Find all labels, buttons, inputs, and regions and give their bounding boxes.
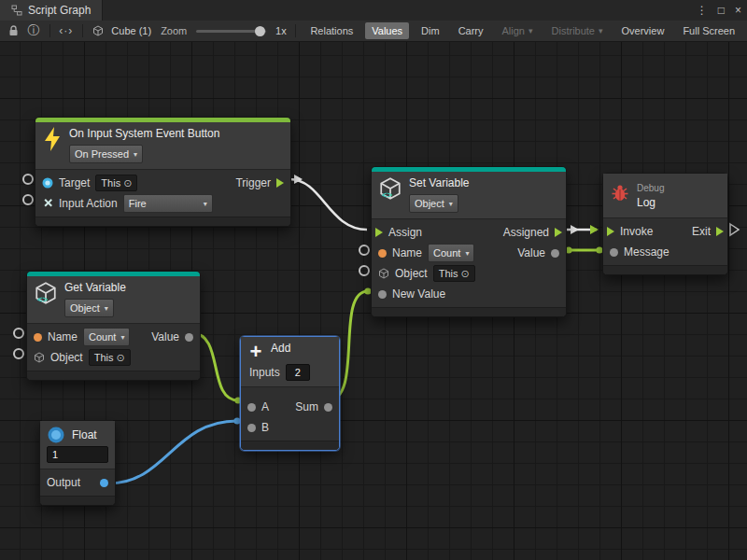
add-icon: + [247,342,264,362]
variable-name-dropdown[interactable]: Count ▾ [83,328,130,346]
wire-direction-arrow [294,175,303,184]
output-row: Output [40,472,115,493]
align-button[interactable]: Align ▾ [496,22,540,39]
name-port[interactable] [34,333,42,342]
node-add[interactable]: + Add Inputs 2 A Sum [240,336,340,451]
dim-button[interactable]: Dim [415,22,446,39]
graph-target[interactable]: Cube (1) [111,25,151,36]
b-port[interactable] [247,424,256,432]
node-body: Name Count ▾ Value [27,323,200,371]
svg-text:<>: <> [382,189,393,200]
port-get-name-external[interactable] [13,328,24,339]
object-row: Object This ⊙ [27,347,200,368]
value-port[interactable] [551,249,559,258]
maximize-icon[interactable]: □ [718,4,725,17]
input-action-dropdown[interactable]: Fire ▾ [123,194,213,213]
name-port[interactable] [378,249,387,258]
node-float-literal[interactable]: Float 1 Output [39,420,116,506]
float-value-field[interactable]: 1 [47,446,108,463]
assigned-label: Assigned [503,226,549,239]
object-chip[interactable]: This ⊙ [433,265,475,282]
sum-label: Sum [295,400,318,413]
invoke-port-arrow [590,225,599,234]
close-icon[interactable]: × [735,4,741,17]
zoom-slider-handle[interactable] [255,26,265,36]
node-footer [40,496,115,505]
zoom-slider[interactable] [196,26,266,36]
node-footer [372,307,566,316]
menu-icon[interactable]: ⋮ [697,4,708,17]
variable-kind-dropdown[interactable]: Object ▾ [409,194,458,213]
wire-trigger-to-assign[interactable] [289,179,367,230]
carry-button[interactable]: Carry [452,22,490,39]
port-set-object-external[interactable] [359,265,370,276]
window-controls: ⋮ □ × [697,0,741,21]
b-row: B [241,417,339,438]
new-value-label: New Value [392,287,445,301]
trigger-port[interactable] [276,178,284,188]
variable-kind-dropdown[interactable]: Object ▾ [64,299,114,317]
name-label: Name [48,330,78,343]
message-label: Message [624,245,669,259]
node-body: Assign Assigned Name Count ▾ Value [372,218,566,307]
input-action-icon [42,198,53,209]
port-input-action-external[interactable] [22,194,34,205]
exit-label: Exit [692,225,711,238]
graph-canvas[interactable]: On Input System Event Button On Pressed … [0,42,747,560]
inputs-count-field[interactable]: 2 [286,364,310,381]
target-object-chip[interactable]: This ⊙ [95,175,137,191]
node-header: Float [40,421,115,446]
new-value-port[interactable] [378,290,387,299]
assigned-port[interactable] [555,228,562,237]
name-row: Name Count ▾ Value [27,327,200,347]
node-set-variable[interactable]: <> Set Variable Object ▾ Assign Assigned [371,166,567,317]
name-label: Name [392,246,422,259]
node-get-variable[interactable]: <> Get Variable Object ▾ Name Count ▾ [26,271,201,381]
b-label: B [261,421,269,434]
exit-port-arrow[interactable] [730,224,739,235]
relations-button[interactable]: Relations [303,22,359,39]
lock-icon[interactable] [6,22,21,39]
cube-icon [91,22,106,39]
a-port[interactable] [247,403,256,412]
a-row: A Sum [241,397,339,417]
port-get-object-external[interactable] [13,348,24,359]
output-port[interactable] [100,479,108,487]
invoke-label: Invoke [620,225,653,238]
chevron-down-icon: ▾ [105,304,108,313]
port-target-external[interactable] [22,174,34,185]
assign-row: Assign Assigned [372,222,566,243]
tab-script-graph[interactable]: Script Graph [0,0,103,21]
node-on-input-system-event-button[interactable]: On Input System Event Button On Pressed … [35,117,291,227]
self-target-icon: ⊙ [116,352,124,364]
object-chip[interactable]: This ⊙ [89,349,131,366]
node-debug-log[interactable]: Debug Log Invoke Exit Message [602,173,728,275]
code-icon[interactable]: ‹·› [59,22,74,39]
values-button[interactable]: Values [365,22,409,39]
chevron-down-icon: ▾ [204,200,207,208]
self-target-icon: ⊙ [123,177,132,189]
object-label: Object [50,351,83,364]
node-body: Invoke Exit Message [603,217,727,265]
object-row: Object This ⊙ [372,263,566,284]
port-set-name-external[interactable] [359,245,370,256]
overview-button[interactable]: Overview [615,22,671,39]
distribute-button[interactable]: Distribute ▾ [545,22,610,39]
value-port[interactable] [185,333,193,342]
bug-icon [610,183,630,203]
target-row: Target This ⊙ Trigger [35,173,290,193]
full-screen-button[interactable]: Full Screen [676,22,741,39]
variable-name-dropdown[interactable]: Count ▾ [428,244,474,262]
chevron-down-icon: ▾ [529,26,533,35]
invoke-row: Invoke Exit [603,221,727,242]
invoke-port[interactable] [607,227,614,236]
wire-float-to-b[interactable] [108,421,237,483]
assign-port[interactable] [375,228,383,237]
float-value-line: 1 [40,446,115,469]
exit-port[interactable] [716,227,724,236]
info-icon[interactable]: ⓘ [26,22,41,39]
sum-port[interactable] [324,403,332,412]
event-mode-dropdown[interactable]: On Pressed ▾ [69,145,143,163]
zoom-label: Zoom [161,25,187,36]
message-port[interactable] [610,248,618,257]
